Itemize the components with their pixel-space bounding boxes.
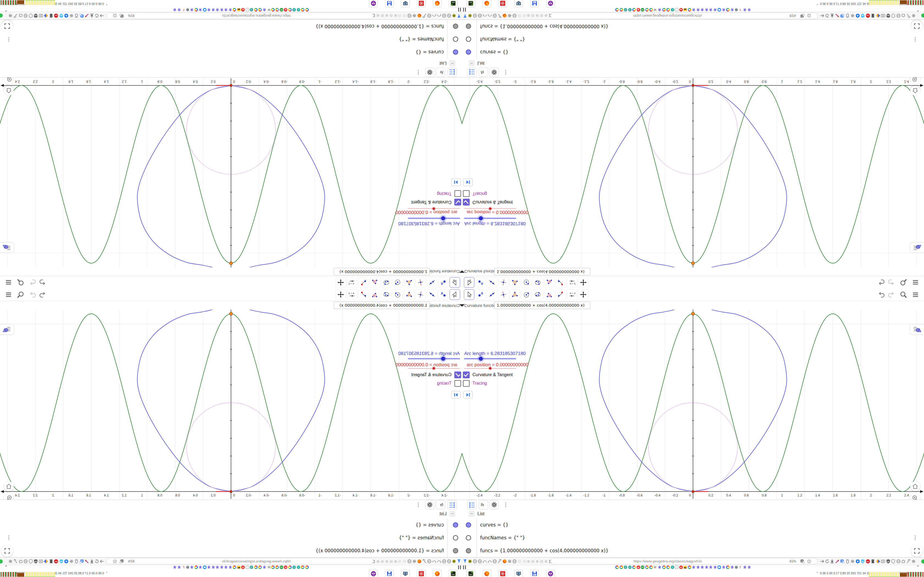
algebra-row-0[interactable]: curves = {} bbox=[462, 519, 924, 532]
home-button[interactable] bbox=[4, 481, 14, 491]
circle-tool-button[interactable] bbox=[521, 277, 531, 288]
reload-icon[interactable] bbox=[825, 559, 830, 564]
dotmini-icon[interactable] bbox=[394, 14, 397, 17]
undo-button[interactable] bbox=[38, 279, 46, 286]
arc-position-slider-knob[interactable] bbox=[489, 208, 491, 210]
taskbar-app-monitor[interactable] bbox=[401, 570, 410, 577]
shield-blue-icon[interactable] bbox=[860, 13, 865, 18]
bookmark-favicon-chat[interactable] bbox=[203, 8, 207, 12]
bookmark-favicon-w[interactable]: W bbox=[267, 565, 271, 569]
function-input[interactable]: 1.000000000000 + cos(4.000000000000 x) bbox=[334, 302, 430, 309]
bookmark-favicon-g[interactable] bbox=[233, 8, 237, 12]
funnel-icon[interactable] bbox=[462, 559, 467, 564]
point-on-curve[interactable] bbox=[691, 313, 695, 316]
dotmini-icon[interactable] bbox=[536, 560, 539, 563]
bookmark-favicon-g[interactable] bbox=[726, 8, 730, 12]
puzzle-icon[interactable] bbox=[18, 559, 23, 564]
bookmark-favicon-flower[interactable] bbox=[211, 8, 215, 12]
reload-icon[interactable] bbox=[95, 559, 100, 564]
bookmark-favicon-g[interactable] bbox=[688, 565, 691, 569]
angle-tool-button[interactable]: α bbox=[370, 289, 380, 300]
url-bar[interactable]: https://www.geogebra.org/classic/aagcxh3… bbox=[106, 558, 373, 564]
bookmark-favicon-chat[interactable] bbox=[203, 565, 207, 569]
arc-position-slider[interactable] bbox=[464, 368, 516, 369]
status-chevron-icon[interactable]: ⌃ bbox=[106, 2, 108, 5]
bookmark-favicon-flower[interactable] bbox=[730, 8, 734, 12]
point-on-curve[interactable] bbox=[229, 313, 233, 316]
bookmark-favicon-g[interactable] bbox=[726, 565, 730, 569]
function-input[interactable]: 1.000000000000 + cos(4.000000000000 x) bbox=[494, 302, 590, 309]
globe-icon[interactable] bbox=[512, 559, 517, 564]
diamond-icon[interactable] bbox=[44, 13, 48, 18]
bookmark-favicon-g[interactable] bbox=[662, 8, 666, 12]
bookmark-favicon-g[interactable] bbox=[645, 8, 649, 12]
bookmark-favicon-photo[interactable] bbox=[237, 565, 241, 569]
gear-icon[interactable] bbox=[911, 13, 916, 18]
bookmark-favicon-flower[interactable] bbox=[696, 8, 700, 12]
algebra-row-2[interactable]: funcs = {1.000000000000 + cos(4.00000000… bbox=[0, 544, 462, 558]
bookmark-favicon-chat[interactable] bbox=[717, 8, 721, 12]
point-tool-button[interactable]: A bbox=[438, 277, 449, 288]
fx-button[interactable]: fx bbox=[436, 68, 445, 77]
menu-button[interactable] bbox=[5, 279, 12, 286]
curvature-tangent-checkbox[interactable] bbox=[454, 199, 461, 206]
taskbar-app-firefox-app[interactable] bbox=[433, 570, 442, 577]
bookmark-favicon-g[interactable] bbox=[305, 8, 309, 12]
bookmark-favicon-flower[interactable] bbox=[743, 565, 747, 569]
globe-icon[interactable] bbox=[23, 559, 28, 564]
bookmark-favicon-g[interactable] bbox=[288, 565, 292, 569]
firefox-icon[interactable] bbox=[502, 559, 507, 564]
uo-icon[interactable]: UO bbox=[34, 13, 39, 18]
gear-icon[interactable] bbox=[850, 13, 855, 18]
graphics-view[interactable]: -2.4-2.2-2-1.8-1.6-1.4-1.2-1-0.8-0.6-0.4… bbox=[462, 309, 924, 499]
firefox-icon[interactable] bbox=[502, 13, 507, 18]
bookmark-favicon-shell[interactable] bbox=[296, 8, 300, 12]
bookmark-favicon-flower[interactable] bbox=[173, 8, 177, 12]
expand-chevron-icon[interactable]: ⌃ bbox=[5, 8, 8, 12]
bookmark-favicon-crab[interactable] bbox=[279, 8, 284, 12]
card-icon[interactable] bbox=[880, 13, 885, 18]
bookmark-favicon-flower[interactable] bbox=[730, 565, 734, 569]
dotmini-icon[interactable] bbox=[394, 560, 397, 563]
uo-icon[interactable]: UO bbox=[886, 559, 891, 564]
slider-tool-button[interactable]: a = 2 bbox=[567, 277, 577, 288]
play-pause-button[interactable] bbox=[451, 179, 460, 186]
algebra-style-button[interactable] bbox=[467, 500, 477, 509]
bookmark-favicon-flower[interactable] bbox=[216, 8, 220, 12]
bookmark-favicon-shell[interactable] bbox=[250, 565, 254, 569]
visibility-toggle-dot[interactable] bbox=[453, 50, 458, 55]
icp-icon[interactable]: ICP bbox=[54, 13, 59, 18]
wrench-icon[interactable] bbox=[13, 559, 18, 564]
bookmark-favicon-gear-dark[interactable] bbox=[186, 8, 190, 12]
globe-icon[interactable] bbox=[492, 559, 497, 564]
ghost-icon[interactable] bbox=[522, 13, 527, 18]
perpendicular-tool-button[interactable] bbox=[415, 277, 426, 288]
bookmark-favicon-flower[interactable] bbox=[743, 8, 747, 12]
bookmark-favicon-g[interactable] bbox=[301, 8, 305, 12]
taskbar-app-floppy64[interactable]: 64 bbox=[385, 570, 394, 577]
shield-icon[interactable] bbox=[891, 13, 896, 18]
gear-icon[interactable] bbox=[69, 13, 74, 18]
arc-icon[interactable] bbox=[437, 559, 442, 564]
bookmark-favicon-flower[interactable] bbox=[224, 8, 228, 12]
expand-chevron-icon[interactable]: ⌃ bbox=[5, 565, 8, 569]
row-kebab-icon[interactable] bbox=[6, 535, 12, 541]
mouse-icon[interactable] bbox=[74, 13, 79, 18]
stylebar-button[interactable] bbox=[910, 242, 924, 253]
arc-position-point[interactable] bbox=[230, 84, 233, 87]
bookmark-favicon-flower[interactable] bbox=[220, 565, 224, 569]
ghost-icon[interactable] bbox=[517, 13, 522, 18]
graphics-view[interactable]: -2.4-2.2-2-1.8-1.6-1.4-1.2-1-0.8-0.6-0.4… bbox=[462, 78, 924, 268]
translate-icon[interactable]: A bbox=[800, 13, 805, 18]
bookmark-favicon-g[interactable] bbox=[194, 565, 198, 569]
ellipse-tool-button[interactable] bbox=[532, 277, 543, 288]
puzzle-icon[interactable] bbox=[901, 559, 906, 564]
bookmark-favicon-shell[interactable] bbox=[250, 8, 254, 12]
arc-position-point[interactable] bbox=[692, 490, 695, 493]
a-translate-icon[interactable]: A bbox=[79, 559, 84, 564]
globe-icon[interactable] bbox=[492, 13, 497, 18]
funnel-icon[interactable] bbox=[457, 13, 462, 18]
angle-tool-button[interactable]: α bbox=[370, 277, 380, 288]
visibility-toggle-dot[interactable] bbox=[453, 535, 458, 540]
bookmark-favicon-photo[interactable] bbox=[683, 8, 687, 12]
